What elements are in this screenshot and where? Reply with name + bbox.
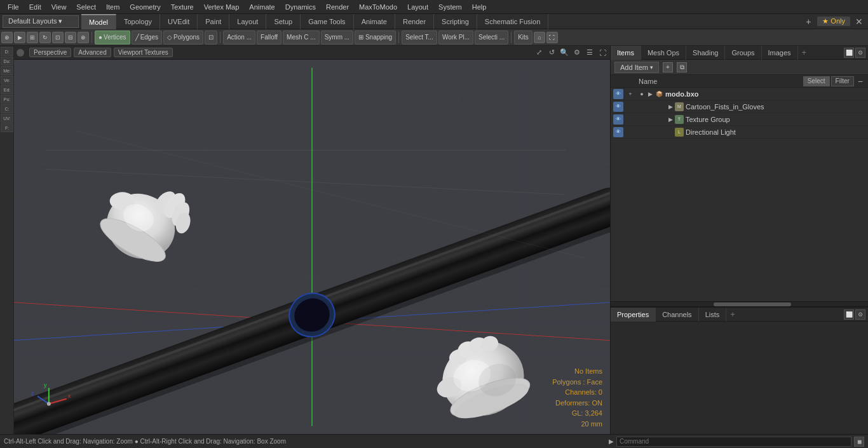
- items-scroll-thumb[interactable]: [714, 302, 791, 306]
- toolbar-icon-2[interactable]: ▶: [14, 32, 25, 43]
- layout-close-icon[interactable]: ✕: [853, 17, 865, 27]
- menu-edit[interactable]: Edit: [24, 2, 46, 12]
- tab-layout[interactable]: Layout: [229, 14, 266, 29]
- layout-add-icon[interactable]: +: [802, 17, 815, 27]
- toolbar-icon-rotate[interactable]: ↻: [39, 32, 51, 43]
- default-layouts-dropdown[interactable]: Default Layouts ▾: [3, 15, 79, 28]
- toolbar-icon-transform[interactable]: ⊞: [27, 32, 38, 43]
- item-header-dash-icon[interactable]: −: [855, 76, 865, 86]
- item-expand-1[interactable]: ▶: [668, 104, 675, 110]
- menu-file[interactable]: File: [3, 2, 24, 12]
- advanced-btn[interactable]: Advanced: [74, 48, 111, 57]
- tab-schematic-fusion[interactable]: Schematic Fusion: [477, 14, 548, 29]
- left-btn-du[interactable]: Du:: [1, 57, 13, 65]
- menu-help[interactable]: Help: [467, 2, 492, 12]
- command-input[interactable]: [616, 437, 851, 447]
- vp-search-icon[interactable]: 🔍: [559, 48, 569, 58]
- menu-item[interactable]: Item: [101, 2, 125, 12]
- toolbar-icon-snap[interactable]: ⊕: [78, 32, 89, 43]
- perspective-btn[interactable]: Perspective: [29, 48, 71, 57]
- viewport-textures-btn[interactable]: Viewport Textures: [114, 48, 173, 57]
- left-btn-me[interactable]: Me:: [1, 66, 13, 75]
- item-row-dir-light[interactable]: 👁 L Directional Light: [611, 126, 868, 139]
- tab-lists[interactable]: Lists: [699, 308, 727, 322]
- item-row-cartoon-fists[interactable]: 👁 ▶ M Cartoon_Fists_in_Gloves: [611, 100, 868, 113]
- tab-groups[interactable]: Groups: [725, 46, 761, 60]
- tab-items[interactable]: Items: [611, 46, 641, 60]
- toolbar-mesh-btn[interactable]: Mesh C ...: [283, 31, 320, 44]
- toolbar-selection-btn[interactable]: Selecti ...: [475, 31, 508, 44]
- left-btn-uv[interactable]: UV:: [1, 114, 13, 123]
- toolbar-work-plane-btn[interactable]: Work Pl...: [438, 31, 473, 44]
- props-settings-icon[interactable]: ⚙: [855, 309, 865, 320]
- left-btn-c[interactable]: C:: [1, 104, 13, 113]
- toolbar-icon-scale[interactable]: ⊡: [52, 32, 64, 43]
- menu-dynamics[interactable]: Dynamics: [280, 2, 321, 12]
- add-item-plus-icon[interactable]: +: [663, 62, 673, 72]
- tab-topology[interactable]: Topology: [116, 14, 160, 29]
- toolbar-snapping-btn[interactable]: ⊞ Snapping: [355, 31, 396, 44]
- tab-images[interactable]: Images: [762, 46, 798, 60]
- item-eye-icon-3[interactable]: 👁: [613, 127, 623, 137]
- menu-view[interactable]: View: [46, 2, 72, 12]
- toolbar-icon-1[interactable]: ⊕: [1, 32, 13, 43]
- tab-shading[interactable]: Shading: [686, 46, 725, 60]
- item-expand-2[interactable]: ▶: [668, 116, 675, 123]
- props-expand-icon[interactable]: ⬜: [844, 309, 854, 320]
- toolbar-icon-mirror[interactable]: ⊟: [65, 32, 76, 43]
- tab-render[interactable]: Render: [395, 14, 434, 29]
- tab-scripting[interactable]: Scripting: [434, 14, 477, 29]
- toolbar-polygons-btn[interactable]: ◇ Polygons: [163, 31, 203, 44]
- toolbar-symmetry-btn[interactable]: Symm ...: [321, 31, 353, 44]
- toolbar-falloff-btn[interactable]: Falloff: [257, 31, 281, 44]
- props-tab-plus[interactable]: +: [726, 309, 739, 319]
- menu-texture[interactable]: Texture: [166, 2, 199, 12]
- vp-menu-icon[interactable]: ☰: [585, 48, 595, 58]
- item-eye-icon-0[interactable]: 👁: [613, 89, 623, 99]
- menu-system[interactable]: System: [433, 2, 467, 12]
- toolbar-vertices-btn[interactable]: ● Vertices: [95, 31, 130, 44]
- tab-model[interactable]: Model: [81, 14, 116, 29]
- item-header-select-btn[interactable]: Select: [803, 76, 830, 86]
- items-tab-plus[interactable]: +: [798, 48, 811, 57]
- toolbar-action-btn[interactable]: Action ...: [223, 31, 255, 44]
- menu-layout[interactable]: Layout: [402, 2, 433, 12]
- vp-rotate-icon[interactable]: ↺: [546, 48, 557, 58]
- left-btn-ed[interactable]: Ed:: [1, 85, 13, 94]
- menu-render[interactable]: Render: [321, 2, 354, 12]
- viewport-canvas[interactable]: x y z No Items Polygons : Face Channels:…: [14, 60, 610, 434]
- menu-geometry[interactable]: Geometry: [125, 2, 165, 12]
- left-btn-f[interactable]: F:: [1, 123, 13, 132]
- panel-settings-icon[interactable]: ⚙: [855, 48, 865, 58]
- tab-properties[interactable]: Properties: [611, 308, 656, 322]
- item-row-modo-bxo[interactable]: 👁 + ● ▶ 📦 modo.bxo: [611, 88, 868, 100]
- left-btn-ve[interactable]: Ve:: [1, 76, 13, 85]
- item-row-texture-group[interactable]: 👁 ▶ T Texture Group: [611, 113, 868, 126]
- menu-animate[interactable]: Animate: [244, 2, 280, 12]
- items-scrollbar[interactable]: [611, 301, 868, 306]
- item-plus-icon-0[interactable]: +: [625, 89, 635, 99]
- cmd-submit-icon[interactable]: ◼: [854, 437, 864, 447]
- item-header-filter-btn[interactable]: Filter: [831, 76, 854, 86]
- toolbar-kits-btn[interactable]: Kits: [514, 31, 532, 44]
- tab-uvedit[interactable]: UVEdit: [160, 14, 198, 29]
- add-item-button[interactable]: Add Item ▾: [614, 62, 659, 73]
- star-only-btn[interactable]: ★ Only: [817, 17, 850, 26]
- toolbar-fullscreen-icon[interactable]: ⛶: [546, 32, 558, 43]
- left-btn-po[interactable]: Po:: [1, 95, 13, 104]
- tab-mesh-ops[interactable]: Mesh Ops: [641, 46, 686, 60]
- tab-setup[interactable]: Setup: [266, 14, 301, 29]
- add-item-duplicate-icon[interactable]: ⧉: [677, 62, 687, 72]
- item-eye-icon-1[interactable]: 👁: [613, 102, 623, 112]
- toolbar-select-tool-btn[interactable]: Select T...: [402, 31, 437, 44]
- left-btn-d[interactable]: D:: [1, 47, 13, 56]
- menu-vertex-map[interactable]: Vertex Map: [199, 2, 245, 12]
- tab-channels[interactable]: Channels: [656, 308, 698, 322]
- tab-animate[interactable]: Animate: [354, 14, 395, 29]
- vp-arrows-icon[interactable]: ⤢: [534, 48, 544, 58]
- toolbar-edges-btn[interactable]: ╱ Edges: [132, 31, 162, 44]
- vp-gear-icon[interactable]: ⚙: [572, 48, 582, 58]
- tab-paint[interactable]: Paint: [198, 14, 229, 29]
- tab-game-tools[interactable]: Game Tools: [301, 14, 354, 29]
- toolbar-home-icon[interactable]: ⌂: [534, 32, 545, 43]
